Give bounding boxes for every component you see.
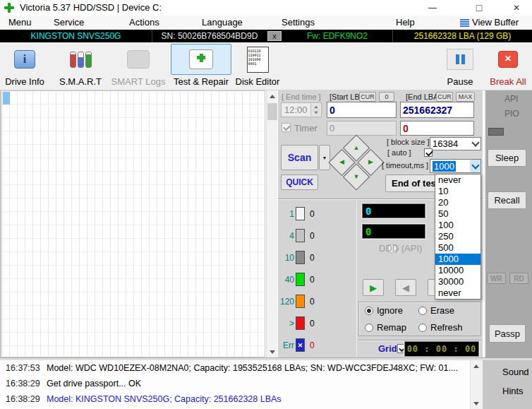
log-entry: 16:37:53 Model: WDC WD10EZEX-08M2NA0; Ca… [0,360,470,376]
defect-action-label: Ignore [377,305,403,316]
map-scrollbar[interactable] [266,90,277,357]
scan-button[interactable]: Scan [281,145,318,170]
menu-item-settings[interactable]: Settings [279,16,318,30]
speed-bin-row: Err ✕ 0 [279,338,315,352]
speed-bin-row: 10 0 [279,251,315,264]
sleep-button[interactable]: Sleep [488,149,526,167]
timeout-option[interactable]: 250 [435,231,480,242]
pio-label: PIO [504,109,519,119]
disk-editor-button[interactable]: 010110 110011 101000 0001 Disk Editor [234,44,281,87]
step-back-icon: ◀ [402,283,409,293]
start-lba-input[interactable] [327,102,397,118]
view-buffer-live-button[interactable]: View Buffer Live [472,16,532,30]
defect-action-option[interactable]: Refresh [418,322,478,333]
defect-action-option[interactable]: Remap [365,322,418,333]
timeout-dropdown-icon[interactable] [470,160,480,172]
device-model: KINGSTON SNVS250G [0,30,152,42]
log-list: 16:37:53 Model: WDC WD10EZEX-08M2NA0; Ca… [0,360,470,409]
timeout-option[interactable]: 10000 [435,265,480,276]
maximize-button[interactable]: □ [468,0,490,16]
menu-item-service[interactable]: Service [51,16,87,30]
timeout-option[interactable]: never [435,288,480,299]
passport-button[interactable]: Passp [489,324,526,343]
defect-action-option[interactable]: Erase [418,305,478,316]
defect-action-radio[interactable] [365,307,373,315]
menu-item-actions[interactable]: Actions [126,16,162,30]
menu-item-language[interactable]: Language [199,16,246,30]
hints-label: Hints [502,386,524,396]
log-entry: 16:38:29 Get drive passport... OK [0,376,470,391]
defect-action-option[interactable]: Ignore [365,305,418,316]
log-scroll-down-icon[interactable] [471,398,482,409]
end-counter-input[interactable] [400,121,474,136]
timeout-option[interactable]: 20 [435,197,480,208]
map-scroll-up-icon[interactable] [267,90,278,102]
log-scroll-up-icon[interactable] [471,360,482,372]
menu-item-help[interactable]: Help [393,16,418,30]
smart-logs-button[interactable]: SMART Logs [110,44,167,87]
log-timestamp: 16:38:29 [0,376,41,391]
elapsed-time-lcd: 00 : 00 : 00 [404,341,479,357]
minimize-button[interactable]: — [422,0,443,16]
api-label: API [504,94,518,104]
step-back-button[interactable]: ◀ [395,279,416,296]
map-scrollbar-thumb[interactable] [267,103,277,120]
wr-button[interactable]: WR [487,273,506,284]
quick-button[interactable]: QUICK [281,174,318,190]
end-max-button[interactable]: MAX [456,92,475,102]
close-button[interactable]: ✕ [504,0,529,16]
end-time-spin-buttons[interactable] [310,104,320,116]
start-cur-button[interactable]: CUR [359,92,376,102]
rd-button[interactable]: RD [509,273,528,284]
start-zero-button[interactable]: 0 [379,92,394,102]
scan-dropdown-button[interactable]: ▼ [319,145,330,170]
play-button[interactable]: ▶ [363,279,384,296]
scan-surface-map[interactable] [1,90,265,357]
menu-item-menu[interactable]: Menu [6,16,35,30]
pad-up-icon: ▲ [353,145,360,151]
recall-button[interactable]: Recall [488,191,526,209]
ddd-label: DDD (API) [379,243,422,254]
speed-bin-count: 0 [310,340,315,350]
block-size-combo[interactable]: 16384 [430,137,481,150]
detach-device-button[interactable]: x [267,31,282,41]
scan-dropdown-icon: ▼ [322,155,327,160]
break-all-icon: ✕ [498,51,518,68]
break-all-button[interactable]: ✕ Break All [485,44,531,87]
timeout-option[interactable]: 100 [435,220,480,231]
smart-button[interactable]: S.M.A.R.T [56,44,104,87]
log-scrollbar[interactable] [470,360,482,409]
pause-button[interactable]: Pause [442,44,478,87]
map-scroll-down-icon[interactable] [267,346,278,357]
defect-action-radio[interactable] [418,324,427,332]
drive-info-button[interactable]: i Drive Info [3,44,47,87]
test-repair-icon [189,49,213,69]
timeout-value: 1000 [433,161,456,172]
timeout-option[interactable]: 30000 [435,276,480,288]
defect-action-radio[interactable] [365,324,373,332]
auto-checkbox[interactable] [424,148,433,157]
speed-bin-label: 4 [279,231,294,241]
log-message: Model: WDC WD10EZEX-08M2NA0; Capacity: 1… [47,360,458,376]
timeout-option[interactable]: 50 [435,208,480,220]
start-timer-input[interactable] [327,121,397,136]
end-lba-input[interactable] [400,102,474,118]
log-timestamp: 16:38:29 [0,391,41,407]
speed-bin-label: > [279,319,294,328]
log-message: Get drive passport... OK [47,376,141,391]
log-entry: 16:38:29 Model: KINGSTON SNVS250G; Capac… [0,391,470,407]
defect-action-radio[interactable] [418,307,427,315]
timer-checkbox[interactable] [282,123,291,132]
end-cur-button[interactable]: CUR [436,92,453,102]
timeout-option[interactable]: never [435,174,480,186]
block-size-dropdown-icon[interactable] [470,138,480,150]
test-repair-button[interactable]: Test & Repair [171,44,231,87]
speed-bin-block [296,251,305,264]
timeout-option[interactable]: 1000 [435,254,480,265]
timeout-combo[interactable]: 1000 [430,159,481,173]
timeout-option[interactable]: 500 [435,242,480,254]
log-timestamp: 16:37:53 [0,360,41,376]
end-time-spinner[interactable]: 12:00 [281,102,322,117]
timeout-option[interactable]: 10 [435,186,480,197]
device-capacity: 251662328 LBA (129 GB) [392,30,532,42]
